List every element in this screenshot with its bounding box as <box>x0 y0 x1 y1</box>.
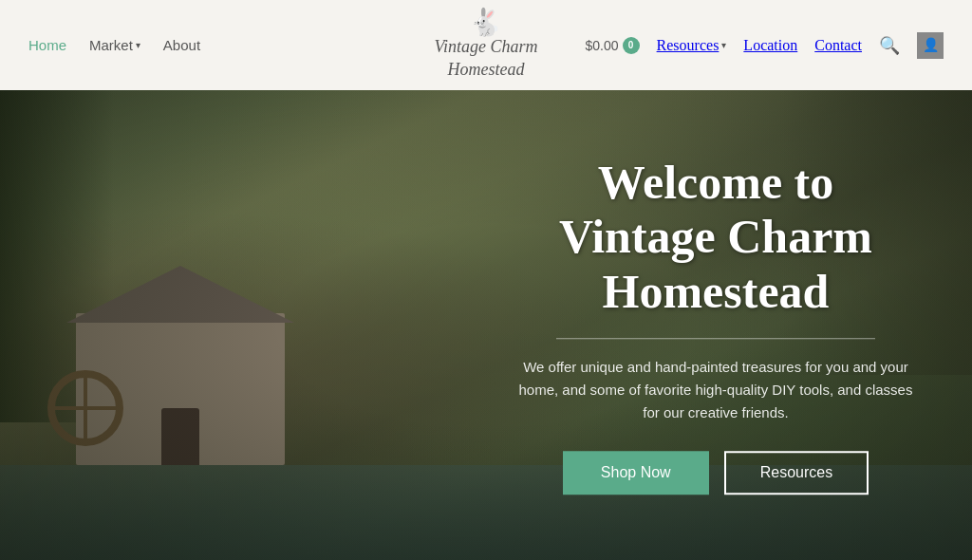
nav-left: Home Market ▾ About <box>28 37 200 53</box>
nav-location[interactable]: Location <box>743 37 797 54</box>
logo[interactable]: 🐇 Vintage Charm Homestead <box>434 9 537 81</box>
nav-resources[interactable]: Resources ▾ <box>657 37 727 54</box>
shop-now-button[interactable]: Shop Now <box>563 451 709 495</box>
cart-area[interactable]: $0.00 0 <box>586 37 640 54</box>
nav-resources-link[interactable]: Resources <box>657 37 720 54</box>
market-chevron-down-icon: ▾ <box>136 40 140 50</box>
user-icon[interactable]: 👤 <box>917 32 944 59</box>
header: Home Market ▾ About 🐇 Vintage Charm Home… <box>0 0 972 90</box>
nav-about[interactable]: About <box>163 37 200 53</box>
nav-contact[interactable]: Contact <box>814 37 862 54</box>
cart-price: $0.00 <box>586 38 619 53</box>
hero-divider <box>556 338 875 339</box>
nav-market-link[interactable]: Market <box>89 37 133 53</box>
nav-home[interactable]: Home <box>28 37 66 53</box>
resources-button[interactable]: Resources <box>724 451 869 495</box>
hero-title: Welcome to Vintage Charm Homestead <box>516 156 915 320</box>
cart-badge: 0 <box>623 37 640 54</box>
nav-right-area: $0.00 0 Resources ▾ Location Contact 🔍 👤 <box>586 32 944 59</box>
hero-buttons: Shop Now Resources <box>516 451 915 495</box>
logo-text: Vintage Charm Homestead <box>434 36 537 81</box>
search-icon[interactable]: 🔍 <box>879 35 900 56</box>
resources-chevron-down-icon: ▾ <box>721 40 726 50</box>
hero-section: Welcome to Vintage Charm Homestead We of… <box>0 90 972 560</box>
hero-content: Welcome to Vintage Charm Homestead We of… <box>516 156 915 495</box>
hero-subtitle: We offer unique and hand-painted treasur… <box>516 356 915 424</box>
nav-market[interactable]: Market ▾ <box>89 37 140 53</box>
rabbit-icon: 🐇 <box>469 9 502 36</box>
